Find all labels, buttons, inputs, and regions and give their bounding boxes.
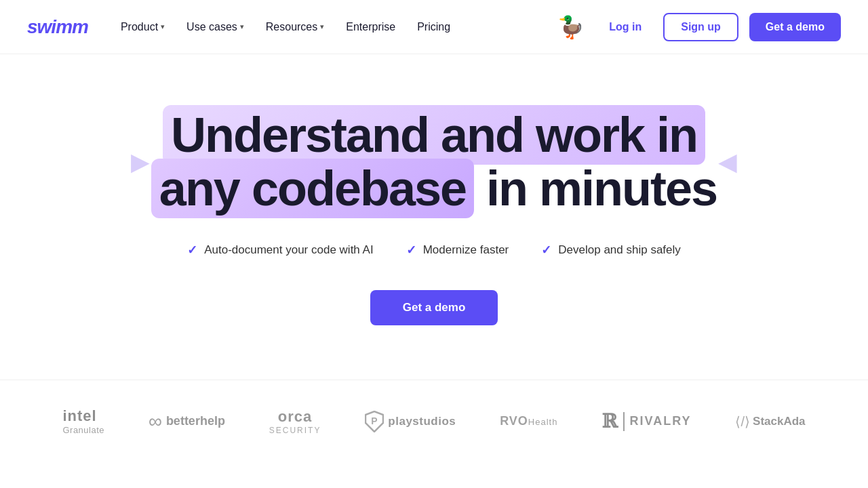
orca-security-logo: orca security [269,408,321,435]
feature-text-3: Develop and ship safely [558,243,681,257]
hero-title-highlight-2: any codebase [151,159,474,218]
rivalry-logo: ℝ RIVALRY [601,410,691,432]
nav-resources[interactable]: Resources ▾ [266,21,324,33]
hero-title-highlight-1: Understand and work in [163,105,705,165]
chevron-down-icon: ▾ [240,22,244,31]
logos-section: intel Granulate ∞ betterhelp orca securi… [0,380,868,462]
feature-item-3: ✓ Develop and ship safely [541,243,681,258]
stackada-logo: ⟨/⟩ StackAda [735,413,805,430]
arrow-right-decoration: ◀ [718,148,737,176]
nav-product[interactable]: Product ▾ [121,21,165,33]
betterhelp-logo: ∞ betterhelp [149,411,225,432]
get-demo-nav-button[interactable]: Get a demo [749,13,841,41]
feature-item-2: ✓ Modernize faster [406,243,509,258]
signup-button[interactable]: Sign up [663,13,738,41]
navbar: swimm Product ▾ Use cases ▾ Resources ▾ … [0,0,868,54]
feature-item-1: ✓ Auto-document your code with AI [187,243,373,258]
nav-links: Product ▾ Use cases ▾ Resources ▾ Enterp… [121,21,555,33]
get-demo-hero-button[interactable]: Get a demo [370,290,498,325]
nav-enterprise[interactable]: Enterprise [346,21,395,33]
hero-title: Understand and work in any codebase in m… [151,108,717,216]
logo[interactable]: swimm [27,16,88,38]
login-button[interactable]: Log in [598,16,652,39]
chevron-down-icon: ▾ [320,22,324,31]
hero-title-text: in minutes [486,161,717,216]
check-icon-1: ✓ [187,243,197,258]
stackada-bracket-icon: ⟨/⟩ [735,413,750,430]
nav-pricing[interactable]: Pricing [417,21,450,33]
rivalry-divider [623,412,625,431]
hero-section: ▶ ◀ Understand and work in any codebase … [0,54,868,366]
feature-text-1: Auto-document your code with AI [204,243,373,257]
logo-text: swimm [27,16,88,38]
feature-text-2: Modernize faster [423,243,509,257]
hero-features: ✓ Auto-document your code with AI ✓ Mode… [187,243,681,258]
intel-granulate-logo: intel Granulate [62,407,104,435]
rvo-health-logo: RVOHealth [500,414,557,428]
nav-use-cases[interactable]: Use cases ▾ [186,21,244,33]
hero-title-container: ▶ ◀ Understand and work in any codebase … [151,108,717,216]
playstudios-logo: P playstudios [365,411,456,432]
check-icon-2: ✓ [406,243,416,258]
check-icon-3: ✓ [541,243,551,258]
chevron-down-icon: ▾ [161,22,165,31]
nav-right: 🦆 Log in Sign up Get a demo [555,11,841,43]
betterhelp-infinity-icon: ∞ [149,411,162,432]
playstudios-shield-icon: P [365,411,384,432]
arrow-left-decoration: ▶ [131,148,150,176]
svg-text:P: P [372,415,378,426]
duck-mascot: 🦆 [555,11,587,43]
